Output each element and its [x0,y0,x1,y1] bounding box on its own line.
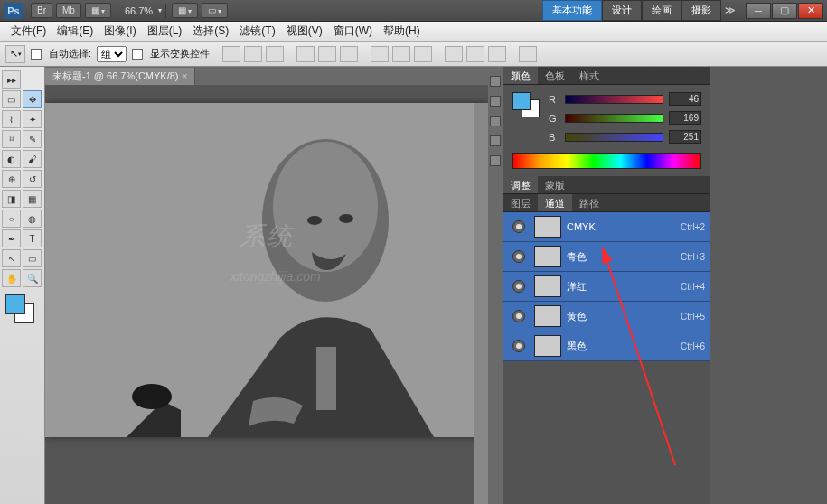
tab-color[interactable]: 颜色 [503,67,538,84]
arrange-docs-dropdown[interactable]: ▦▾ [172,3,198,18]
eyedropper-tool[interactable]: ✎ [23,130,42,148]
view-extras-dropdown[interactable]: ▦▾ [85,3,111,18]
panel-fg-swatch[interactable] [512,92,531,110]
zoom-level[interactable]: 66.7% [125,5,153,16]
auto-align-button[interactable] [519,46,537,62]
collapse-toolbox-icon[interactable]: ▸▸ [2,70,21,89]
align-left-button[interactable] [296,46,315,62]
workspace-design[interactable]: 设计 [602,0,642,21]
r-slider[interactable] [565,95,663,104]
options-bar: ↖▾ 自动选择: 组 显示变换控件 [0,42,827,67]
menu-window[interactable]: 窗口(W) [328,22,378,41]
menu-image[interactable]: 图像(I) [99,22,141,41]
maximize-button[interactable]: ▢ [772,3,797,19]
align-bottom-button[interactable] [266,46,284,62]
workspace-painting[interactable]: 绘画 [642,0,681,21]
b-value-input[interactable] [669,130,701,144]
workspace-photo[interactable]: 摄影 [681,0,721,21]
r-value-input[interactable] [669,92,701,106]
type-tool[interactable]: T [23,229,42,247]
brush-tool[interactable]: 🖌 [23,150,42,168]
align-vcenter-button[interactable] [244,46,262,62]
screen-mode-dropdown[interactable]: ▭▾ [202,3,228,18]
mini-bridge-button[interactable]: Mb [56,3,81,18]
align-top-button[interactable] [222,46,240,62]
auto-select-checkbox[interactable] [31,49,42,60]
auto-select-label: 自动选择: [49,47,91,61]
watermark-subtext: xitongzhijia.com [230,269,321,284]
ps-logo: Ps [4,3,23,19]
chevron-down-icon[interactable]: ▾ [158,6,162,14]
path-select-tool[interactable]: ↖ [2,249,21,267]
pen-tool[interactable]: ✒ [2,229,21,247]
tab-swatches[interactable]: 色板 [538,67,572,84]
align-right-button[interactable] [340,46,358,62]
svg-point-3 [307,216,322,225]
document-tab[interactable]: 未标题-1 @ 66.7%(CMYK/8) × [45,68,195,85]
tab-styles[interactable]: 样式 [572,67,606,84]
menu-filter[interactable]: 滤镜(T) [234,22,280,41]
g-slider[interactable] [565,114,663,123]
menu-edit[interactable]: 编辑(E) [52,22,99,41]
hand-tool[interactable]: ✋ [2,269,21,287]
lasso-tool[interactable]: ⌇ [2,110,21,128]
workspace-basic[interactable]: 基本功能 [542,0,602,21]
align-buttons [222,46,284,62]
healing-brush-tool[interactable]: ◐ [2,150,21,168]
marquee-tool[interactable]: ▭ [2,90,21,108]
auto-select-target[interactable]: 组 [97,46,127,62]
tab-masks[interactable]: 蒙版 [538,176,572,193]
menu-view[interactable]: 视图(V) [281,22,328,41]
distribute-left-button[interactable] [445,46,463,62]
canvas[interactable]: 系统 xitongzhijia.com [45,103,488,437]
shape-tool[interactable]: ▭ [23,249,42,267]
stamp-tool[interactable]: ⊕ [2,170,21,188]
workspace-more-icon[interactable]: ≫ [725,5,736,16]
panel-icon-button[interactable] [490,135,501,146]
panel-icon-button[interactable] [490,96,501,107]
zoom-tool[interactable]: 🔍 [23,269,42,287]
distribute-right-button[interactable] [488,46,506,62]
color-spectrum[interactable] [512,153,701,169]
gradient-tool[interactable]: ▦ [23,190,42,208]
crop-tool[interactable]: ⌗ [2,130,21,148]
close-button[interactable]: ✕ [798,3,823,19]
history-brush-tool[interactable]: ↺ [23,170,42,188]
annotation-arrow [503,212,711,483]
panel-icon-button[interactable] [490,155,501,166]
eraser-tool[interactable]: ◨ [2,190,21,208]
menu-layer[interactable]: 图层(L) [142,22,188,41]
distribute-vcenter-button[interactable] [392,46,410,62]
toolbox: ▸▸ ▭✥ ⌇✦ ⌗✎ ◐🖌 ⊕↺ ◨▦ ○◍ ✒T ↖▭ ✋🔍 [0,67,45,504]
distribute-hcenter-button[interactable] [466,46,484,62]
foreground-color-swatch[interactable] [5,294,25,314]
minimize-button[interactable]: ─ [746,3,771,19]
b-slider[interactable] [565,133,663,142]
g-value-input[interactable] [669,111,701,125]
panel-color-swatches[interactable] [512,92,543,117]
move-tool[interactable]: ✥ [23,90,42,108]
panel-icon-button[interactable] [490,116,501,126]
tab-paths[interactable]: 路径 [572,194,606,211]
menu-file[interactable]: 文件(F) [5,22,52,41]
magic-wand-tool[interactable]: ✦ [23,110,42,128]
document-tab-title: 未标题-1 @ 66.7%(CMYK/8) [52,70,179,83]
tab-layers[interactable]: 图层 [503,194,538,211]
tab-channels[interactable]: 通道 [538,194,572,211]
current-tool-icon[interactable]: ↖▾ [5,45,25,63]
distribute-bottom-button[interactable] [414,46,432,62]
bridge-button[interactable]: Br [31,3,52,18]
menu-help[interactable]: 帮助(H) [378,22,426,41]
dodge-tool[interactable]: ◍ [23,210,42,228]
panel-icon-button[interactable] [490,76,501,87]
close-tab-icon[interactable]: × [183,71,188,81]
show-transform-checkbox[interactable] [132,49,143,60]
menu-select[interactable]: 选择(S) [187,22,234,41]
show-transform-label: 显示变换控件 [150,47,210,61]
blur-tool[interactable]: ○ [2,210,21,228]
vertical-scrollbar[interactable] [474,103,488,504]
distribute-top-button[interactable] [371,46,389,62]
tab-adjustments[interactable]: 调整 [503,176,538,193]
color-swatches[interactable] [2,294,38,327]
align-hcenter-button[interactable] [318,46,336,62]
